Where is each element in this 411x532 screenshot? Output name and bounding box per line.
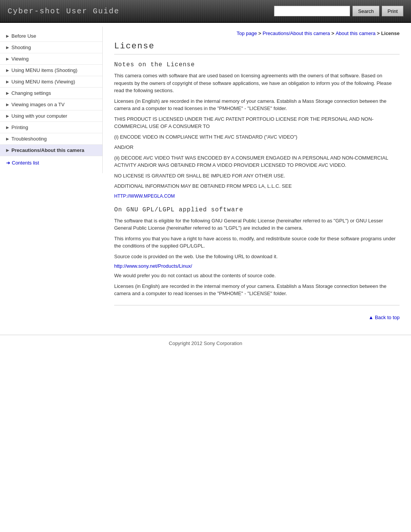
search-input[interactable] [274, 6, 350, 16]
sidebar-item-changing-settings[interactable]: ▶ Changing settings [0, 88, 102, 99]
contents-arrow-icon: ➜ [6, 160, 10, 166]
arrow-icon: ▶ [6, 80, 9, 84]
section2-para3: Source code is provided on the web. Use … [114, 253, 400, 260]
divider [114, 305, 400, 305]
copyright-text: Copyright 2012 Sony Corporation [169, 340, 242, 346]
section1-upper3: AND/OR [114, 144, 400, 151]
arrow-icon: ▶ [6, 148, 9, 152]
section1-upper5: NO LICENSE IS GRANTED OR SHALL BE IMPLIE… [114, 172, 400, 180]
section-notes-on-license: Notes on the License This camera comes w… [114, 61, 400, 199]
sony-linux-link[interactable]: http://www.sony.net/Products/Linux/ [114, 263, 192, 269]
section2-para5: Licenses (in English) are recorded in th… [114, 283, 400, 297]
back-to-top-link[interactable]: ▲ Back to top [368, 315, 400, 320]
arrow-icon: ▶ [6, 57, 9, 61]
arrow-icon: ▶ [6, 125, 9, 129]
section1-upper1: THIS PRODUCT IS LICENSED UNDER THE AVC P… [114, 115, 400, 130]
sidebar-item-printing[interactable]: ▶ Printing [0, 122, 102, 133]
arrow-icon: ▶ [6, 34, 9, 38]
footer: Copyright 2012 Sony Corporation [0, 335, 411, 351]
sidebar: ▶ Before Use ▶ Shooting ▶ Viewing ▶ Usin… [0, 27, 103, 173]
sidebar-item-menu-shooting[interactable]: ▶ Using MENU items (Shooting) [0, 65, 102, 76]
section2-para2: This informs you that you have a right t… [114, 235, 400, 250]
header: Cyber-shot User Guide Search Print [0, 0, 411, 23]
section2-para4: We would prefer you do not contact us ab… [114, 272, 400, 280]
sidebar-item-before-use[interactable]: ▶ Before Use [0, 30, 102, 42]
page-title: License [114, 42, 400, 54]
contents-list-link[interactable]: ➜ Contents list [0, 156, 102, 169]
arrow-icon: ▶ [6, 91, 9, 95]
breadcrumb-sep2: > [331, 30, 336, 36]
sidebar-item-label: Changing settings [11, 90, 51, 96]
breadcrumb: Top page > Precautions/About this camera… [114, 27, 400, 42]
sidebar-item-using-computer[interactable]: ▶ Using with your computer [0, 110, 102, 122]
sidebar-item-viewing-tv[interactable]: ▶ Viewing images on a TV [0, 99, 102, 110]
contents-list-label: Contents list [12, 160, 39, 166]
sidebar-item-precautions[interactable]: ▶ Precautions/About this camera [0, 145, 102, 156]
sidebar-item-label: Troubleshooting [11, 136, 47, 142]
search-button[interactable]: Search [352, 6, 379, 16]
section-gnu-gpl: On GNU GPL/LGPL applied software The sof… [114, 206, 400, 297]
sidebar-item-label: Precautions/About this camera [11, 147, 84, 153]
sidebar-item-label: Before Use [11, 33, 36, 39]
sidebar-item-label: Printing [11, 125, 28, 130]
breadcrumb-top[interactable]: Top page [237, 30, 257, 36]
sidebar-item-label: Using MENU items (Viewing) [11, 79, 75, 85]
main-layout: ▶ Before Use ▶ Shooting ▶ Viewing ▶ Usin… [0, 23, 411, 335]
arrow-icon: ▶ [6, 102, 9, 107]
sidebar-item-label: Viewing images on a TV [11, 102, 65, 107]
section2-heading: On GNU GPL/LGPL applied software [114, 206, 400, 213]
arrow-icon: ▶ [6, 114, 9, 118]
arrow-icon: ▶ [6, 137, 9, 141]
sidebar-item-shooting[interactable]: ▶ Shooting [0, 42, 102, 53]
sidebar-item-label: Using MENU items (Shooting) [11, 67, 77, 73]
breadcrumb-about-camera[interactable]: About this camera [336, 30, 376, 36]
breadcrumb-precautions[interactable]: Precautions/About this camera [263, 30, 330, 36]
sidebar-item-menu-viewing[interactable]: ▶ Using MENU items (Viewing) [0, 76, 102, 88]
section1-heading: Notes on the License [114, 61, 400, 68]
sidebar-item-label: Using with your computer [11, 113, 67, 119]
sidebar-item-label: Shooting [11, 45, 31, 50]
site-title: Cyber-shot User Guide [8, 7, 119, 16]
breadcrumb-current: License [381, 30, 400, 36]
breadcrumb-sep1: > [258, 30, 263, 36]
sidebar-item-troubleshooting[interactable]: ▶ Troubleshooting [0, 133, 102, 145]
section1-para2: Licenses (in English) are recorded in th… [114, 97, 400, 112]
print-button[interactable]: Print [382, 6, 403, 16]
breadcrumb-sep3: > [377, 30, 381, 36]
header-controls: Search Print [274, 6, 403, 16]
back-to-top: ▲ Back to top [114, 312, 400, 323]
section1-para1: This camera comes with software that are… [114, 72, 400, 94]
section2-para1: The software that is eligible for the fo… [114, 217, 400, 232]
section1-upper2: (i) ENCODE VIDEO IN COMPLIANCE WITH THE … [114, 133, 400, 141]
sidebar-item-viewing[interactable]: ▶ Viewing [0, 53, 102, 65]
section1-upper4: (ii) DECODE AVC VIDEO THAT WAS ENCODED B… [114, 154, 400, 169]
section1-upper6: ADDITIONAL INFORMATION MAY BE OBTAINED F… [114, 182, 400, 190]
sidebar-item-label: Viewing [11, 56, 29, 62]
mpeg-la-link[interactable]: HTTP://WWW.MPEGLA.COM [114, 193, 175, 199]
arrow-icon: ▶ [6, 45, 9, 50]
content-area: Top page > Precautions/About this camera… [103, 27, 411, 331]
arrow-icon: ▶ [6, 68, 9, 72]
